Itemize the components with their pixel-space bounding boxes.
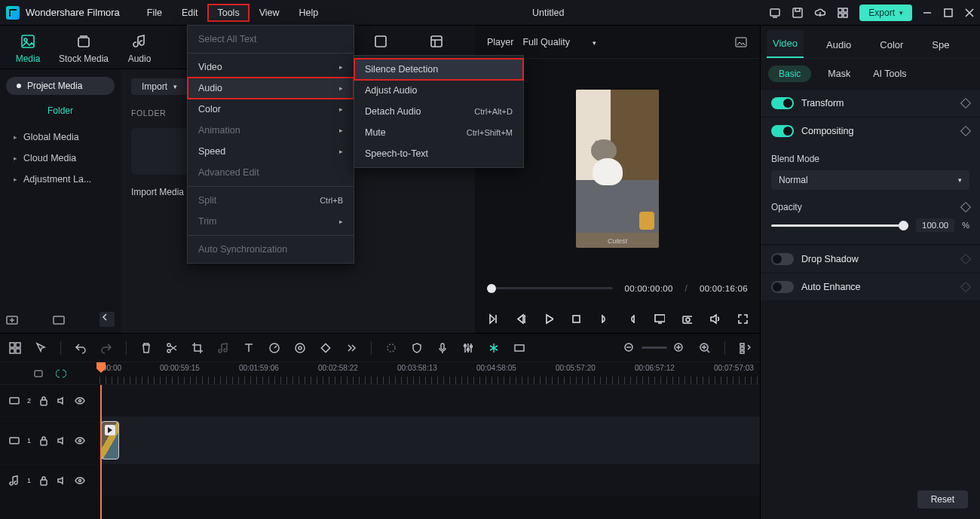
window-maximize-icon[interactable]: [944, 8, 953, 17]
mute-icon[interactable]: [57, 435, 67, 446]
submenu-adjust-audio[interactable]: Adjust Audio: [354, 80, 523, 101]
menu-speed[interactable]: Speed▸: [188, 141, 354, 162]
keyframe-icon[interactable]: [960, 98, 971, 108]
keyframe-icon[interactable]: [960, 126, 971, 136]
eye-icon[interactable]: [75, 395, 85, 406]
drop-shadow-toggle[interactable]: [771, 253, 794, 265]
subtab-mask[interactable]: Mask: [822, 66, 856, 82]
eye-icon[interactable]: [75, 475, 85, 486]
submenu-speech-to-text[interactable]: Speech-to-Text: [354, 143, 523, 164]
menu-split[interactable]: SplitCtrl+B: [188, 190, 354, 211]
media-thumbnail[interactable]: [131, 128, 195, 175]
auto-ripple-icon[interactable]: [56, 368, 66, 379]
lock-icon[interactable]: [38, 435, 49, 446]
menu-audio[interactable]: Audio▸: [188, 78, 354, 99]
cloud-icon[interactable]: [814, 7, 826, 19]
submenu-mute[interactable]: MuteCtrl+Shift+M: [354, 122, 523, 143]
preview-scrubber[interactable]: [487, 287, 613, 290]
auto-enhance-toggle[interactable]: [771, 281, 794, 293]
section-auto-enhance[interactable]: Auto Enhance: [761, 273, 980, 301]
props-tab-color[interactable]: Color: [874, 32, 909, 58]
props-tab-video[interactable]: Video: [767, 30, 804, 58]
keyframe-diamond-icon[interactable]: [320, 342, 332, 354]
snapshot-icon[interactable]: [734, 35, 748, 49]
device-icon[interactable]: [769, 7, 781, 19]
timeline-playhead[interactable]: [100, 385, 102, 519]
section-compositing[interactable]: Compositing: [761, 117, 980, 145]
lock-icon[interactable]: [38, 475, 49, 486]
more-icon[interactable]: [345, 342, 357, 354]
keyframe-icon[interactable]: [960, 254, 971, 264]
layout-icon[interactable]: [739, 342, 751, 354]
volume-icon[interactable]: [709, 313, 720, 325]
export-button[interactable]: Export ▾: [859, 5, 912, 21]
menu-auto-sync[interactable]: Auto Synchronization: [188, 239, 354, 260]
grid-icon[interactable]: [9, 342, 21, 354]
color-wheel-icon[interactable]: [294, 342, 306, 354]
menu-advanced-edit[interactable]: Advanced Edit: [188, 162, 354, 183]
track-body[interactable]: [100, 385, 760, 416]
prev-frame-icon[interactable]: [487, 313, 498, 325]
sidebar-item-cloud-media[interactable]: Cloud Media: [6, 148, 115, 169]
sidebar-item-global-media[interactable]: Global Media: [6, 127, 115, 148]
submenu-silence-detection[interactable]: Silence Detection: [354, 59, 523, 80]
scissors-icon[interactable]: [166, 342, 178, 354]
mark-in-icon[interactable]: [598, 313, 609, 325]
reset-button[interactable]: Reset: [917, 490, 968, 508]
menu-view[interactable]: View: [250, 5, 289, 21]
zoom-fit-icon[interactable]: [699, 342, 711, 354]
crop-icon[interactable]: [191, 342, 204, 354]
compositing-toggle[interactable]: [771, 125, 794, 137]
timeline-ruler[interactable]: 00:00 00:00:59:15 00:01:59:06 00:02:58:2…: [100, 362, 760, 384]
redo-icon[interactable]: [100, 342, 112, 354]
frame-icon[interactable]: [513, 342, 525, 354]
window-close-icon[interactable]: [965, 8, 974, 17]
menu-file[interactable]: File: [138, 5, 171, 21]
project-media-chip[interactable]: Project Media: [6, 77, 115, 95]
camera-icon[interactable]: [681, 313, 693, 325]
window-minimize-icon[interactable]: [923, 8, 932, 17]
menu-video[interactable]: Video▸: [188, 56, 354, 78]
mute-icon[interactable]: [57, 395, 67, 406]
quality-dropdown[interactable]: Full Quality: [522, 34, 596, 50]
mic-icon[interactable]: [436, 342, 449, 354]
save-icon[interactable]: [792, 7, 804, 19]
new-folder-icon[interactable]: [6, 313, 18, 325]
transform-toggle[interactable]: [771, 97, 794, 109]
mixer-icon[interactable]: [462, 342, 474, 354]
collapse-sidebar-button[interactable]: [100, 312, 115, 327]
shield-icon[interactable]: [411, 342, 423, 354]
menu-tools[interactable]: Tools: [208, 5, 248, 21]
tab-media[interactable]: Media: [0, 34, 56, 69]
menu-animation[interactable]: Animation▸: [188, 120, 354, 141]
speed-icon[interactable]: [268, 342, 280, 354]
menu-trim[interactable]: Trim▸: [188, 211, 354, 232]
menu-edit[interactable]: Edit: [173, 5, 207, 21]
track-body[interactable]: [100, 417, 760, 464]
stop-icon[interactable]: [570, 313, 581, 325]
folder-label[interactable]: Folder: [6, 105, 115, 116]
marker-star-icon[interactable]: [385, 342, 397, 354]
timeline-zoom[interactable]: [623, 342, 685, 354]
section-drop-shadow[interactable]: Drop Shadow: [761, 245, 980, 273]
import-dropdown[interactable]: Import: [131, 78, 188, 95]
submenu-detach-audio[interactable]: Detach AudioCtrl+Alt+D: [354, 101, 523, 122]
track-body[interactable]: [100, 465, 760, 496]
opacity-slider[interactable]: [771, 224, 908, 227]
eye-icon[interactable]: [75, 435, 85, 446]
zoom-in-icon[interactable]: [673, 342, 685, 354]
tab-stock-media[interactable]: Stock Media: [56, 34, 112, 69]
menu-help[interactable]: Help: [290, 5, 328, 21]
pointer-icon[interactable]: [35, 342, 47, 354]
props-tab-speed[interactable]: Spe: [926, 32, 955, 58]
display-icon[interactable]: [654, 313, 665, 325]
lock-icon[interactable]: [38, 395, 49, 406]
play-icon[interactable]: [543, 313, 554, 325]
track-link-icon[interactable]: [33, 368, 44, 379]
step-back-icon[interactable]: [515, 313, 526, 325]
section-transform[interactable]: Transform: [761, 89, 980, 117]
mark-out-icon[interactable]: [626, 313, 637, 325]
keyframe-icon[interactable]: [960, 202, 971, 212]
subtab-basic[interactable]: Basic: [768, 66, 811, 82]
refresh-folder-icon[interactable]: [53, 313, 65, 325]
